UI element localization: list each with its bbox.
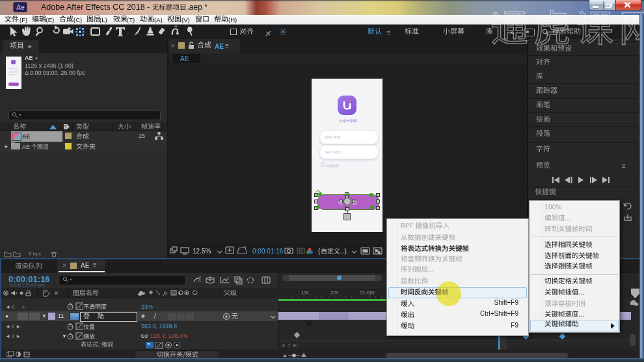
svg-text:fx: fx [163,290,168,296]
